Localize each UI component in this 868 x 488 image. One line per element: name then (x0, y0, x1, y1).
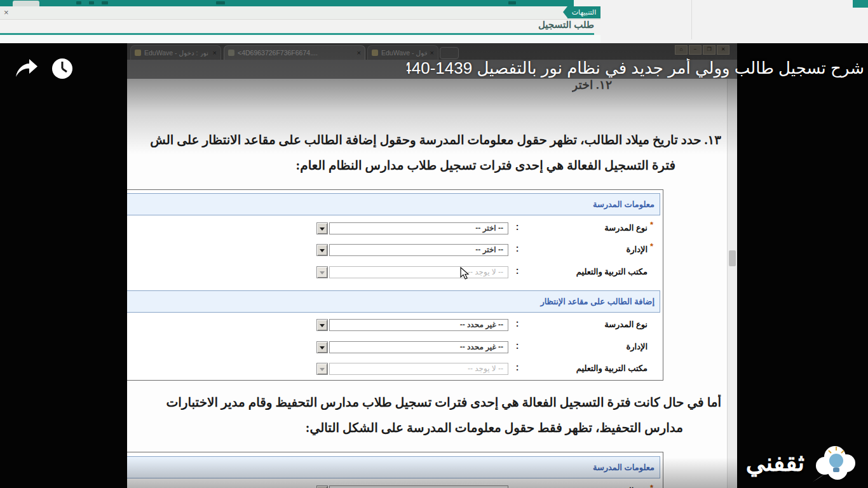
tab-close-icon[interactable]: × (430, 49, 434, 57)
form-row-education-office: مكتب التربية والتعليم : -- لا يوجد -- (127, 265, 663, 280)
video-player[interactable]: EduWave - نظام نور : دخول × <4D6963726F7… (0, 43, 868, 488)
dropdown-value-field-disabled: -- لا يوجد -- (329, 363, 508, 375)
tab-close-icon[interactable]: × (357, 49, 361, 57)
chevron-down-icon (320, 324, 325, 327)
noor-top-bar (0, 0, 574, 6)
pdf-scrollbar[interactable] (727, 79, 737, 488)
scrollbar-thumb[interactable] (729, 250, 736, 266)
close-icon[interactable]: × (4, 7, 9, 18)
screen: × التنبيهات طلب التسجيل EduWave - نظام ن… (0, 0, 868, 488)
content-area-top (0, 35, 600, 43)
colon: : (513, 318, 522, 329)
tab-favicon (135, 50, 141, 56)
dropdown-value-field[interactable]: -- غير محدد -- (329, 319, 508, 331)
toolbar-icon (102, 1, 108, 4)
background-noor-page: × التنبيهات طلب التسجيل (0, 0, 868, 43)
dropdown-button-disabled (316, 266, 328, 278)
lightbulb-cloud-icon (811, 442, 859, 484)
required-asterisk: * (650, 483, 653, 488)
watermark-text: ثقفني (746, 449, 804, 477)
form-row-administration-2: الإدارة : -- غير محدد -- (127, 340, 663, 355)
dropdown-button[interactable] (316, 341, 328, 353)
required-asterisk: * (650, 241, 653, 251)
browser-window: EduWave - نظام نور : دخول × <4D6963726F7… (127, 43, 737, 488)
colon: : (513, 341, 522, 351)
pdf-previous-step-text: ١٢. اختر (572, 78, 675, 92)
notifications-row (0, 6, 600, 20)
background-right-area (600, 0, 868, 43)
chevron-down-icon (320, 227, 325, 231)
chevron-down-icon (320, 368, 325, 371)
pdf-paragraph2-line1: أما في حال كانت فترة التسجيل الفعالة هي … (127, 395, 721, 410)
tab-favicon (372, 50, 378, 56)
tab-close-icon[interactable]: × (213, 49, 217, 57)
window-menu-icon[interactable]: ⌂ (675, 45, 688, 55)
field-label: نوع المدرسة (524, 223, 648, 233)
dropdown-button[interactable] (316, 244, 328, 256)
new-tab-button[interactable] (440, 47, 459, 59)
dropdown-button-disabled (316, 363, 328, 375)
toolbar-icon (508, 1, 516, 4)
section-header-school-info: معلومات المدرسة (127, 456, 660, 478)
dropdown-value-field[interactable]: -- اختر -- (329, 222, 508, 234)
form-row-school-type: * نوع المدرسة : بنين (127, 484, 663, 488)
toolbar-icon (76, 1, 81, 4)
colon: : (513, 243, 522, 254)
colon: : (513, 266, 522, 276)
mouse-cursor (460, 267, 470, 280)
form-school-info: معلومات المدرسة * نوع المدرسة : -- اختر … (127, 189, 663, 381)
dropdown-value-field[interactable]: -- اختر -- (329, 244, 508, 256)
tab-favicon (228, 50, 234, 56)
toolbar-icon (89, 1, 94, 4)
dropdown-value-field-disabled: -- لا يوجد -- (329, 266, 508, 278)
tab-title: <4D6963726F736F6674.... (238, 49, 354, 57)
browser-tab-3[interactable]: EduWave - نظام نور : دخول × (367, 45, 438, 60)
colon: : (513, 222, 522, 232)
tab-notifications-label: التنبيهات (572, 8, 596, 16)
toolbar-icon (216, 1, 225, 4)
colon: : (513, 485, 522, 488)
field-label: نوع المدرسة (524, 320, 648, 329)
colon: : (513, 362, 522, 372)
chevron-down-icon (320, 271, 325, 274)
field-label: مكتب التربية والتعليم (524, 267, 648, 276)
field-label: الإدارة (524, 342, 648, 351)
channel-watermark[interactable]: ثقفني (746, 441, 859, 484)
form-row-school-type: * نوع المدرسة : -- اختر -- (127, 221, 663, 236)
pdf-paragraph2-line2: مدارس التحفيظ، تظهر فقط حقول معلومات الم… (127, 420, 683, 435)
field-label: مكتب التربية والتعليم (524, 363, 648, 373)
share-icon[interactable] (14, 57, 39, 80)
dropdown-value-field[interactable]: -- غير محدد -- (329, 341, 508, 353)
dropdown-button[interactable] (316, 222, 328, 234)
chevron-down-icon (320, 346, 325, 349)
corner-teal-box (853, 0, 868, 8)
browser-tab-2-active[interactable]: <4D6963726F736F6674.... × (224, 45, 365, 60)
watch-later-clock-icon[interactable] (51, 57, 74, 80)
dropdown-button[interactable] (316, 485, 328, 488)
dropdown-button[interactable] (316, 319, 328, 331)
chevron-down-icon (320, 249, 325, 252)
section-header-school-info: معلومات المدرسة (127, 193, 660, 215)
pdf-page: ١٢. اختر ١٣. حدد تاريخ ميلاد الطالب، تظه… (127, 79, 737, 488)
window-minimize-icon[interactable]: − (689, 45, 702, 55)
page-title-request: طلب التسجيل (538, 19, 594, 30)
pdf-paragraph1-line1: ١٣. حدد تاريخ ميلاد الطالب، تظهر حقول مع… (127, 132, 721, 147)
window-restore-icon[interactable]: ❐ (703, 45, 715, 55)
browser-tab-bar: EduWave - نظام نور : دخول × <4D6963726F7… (127, 43, 737, 60)
required-asterisk: * (650, 220, 653, 229)
window-edge-divider (691, 0, 692, 39)
tab-title: EduWave - نظام نور : دخول (144, 49, 210, 57)
video-title[interactable]: شرح تسجيل طالب وولي أمر جديد في نظام نور… (407, 58, 864, 78)
browser-tab-1[interactable]: EduWave - نظام نور : دخول × (130, 45, 221, 60)
form-school-info-tahfiz: معلومات المدرسة * نوع المدرسة : بنين * ا… (127, 452, 663, 488)
form-row-school-type-2: نوع المدرسة : -- غير محدد -- (127, 318, 663, 333)
form-row-administration: * الإدارة : -- اختر -- (127, 243, 663, 258)
window-close-icon[interactable]: ✕ (717, 45, 729, 55)
field-label: الإدارة (524, 245, 648, 254)
tab-title: EduWave - نظام نور : دخول (381, 49, 427, 57)
section-header-waiting-list: إضافة الطالب على مقاعد الإنتظار (127, 290, 660, 313)
noor-top-bar-tab (13, 1, 39, 6)
tab-notifications[interactable]: التنبيهات (567, 6, 600, 18)
form-row-education-office-2: مكتب التربية والتعليم : -- لا يوجد -- (127, 362, 663, 377)
dropdown-value-field[interactable]: بنين (329, 485, 508, 488)
